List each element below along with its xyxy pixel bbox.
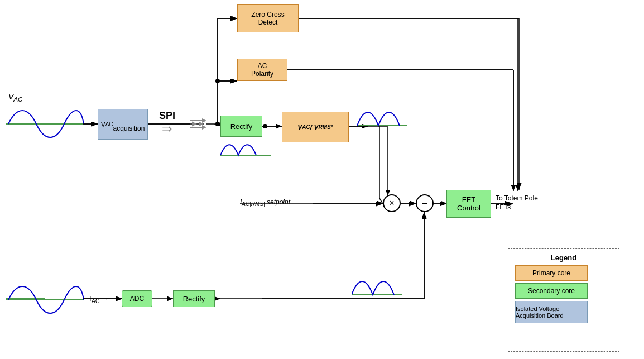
iac-waveform xyxy=(6,279,84,321)
legend-isolated-box: Isolated Voltage Acquisition Board xyxy=(515,301,588,323)
legend-container: Legend Primary core Secondary core Isola… xyxy=(508,248,619,352)
legend-title: Legend xyxy=(515,253,612,262)
setpoint-label: IAC|RMS| setpoint xyxy=(240,198,290,207)
rectified-waveform-vrms xyxy=(357,103,407,134)
vac-acquisition-block: VACacquisition xyxy=(98,109,148,140)
svg-point-4 xyxy=(215,122,220,126)
spi-arrow: ⇒ xyxy=(162,122,172,136)
svg-point-10 xyxy=(263,124,267,128)
rectify-bottom-block: Rectify xyxy=(173,290,215,307)
adc-block: ADC xyxy=(122,290,152,307)
totem-pole-label: To Totem PoleFETs xyxy=(496,194,538,212)
spi-label: SPI xyxy=(159,110,175,122)
svg-point-49 xyxy=(215,79,220,83)
iac-sine-wave xyxy=(6,279,84,323)
rectified-wave-top xyxy=(220,138,271,166)
iac-label: IAC → xyxy=(89,294,109,304)
legend-isolated: Isolated Voltage Acquisition Board xyxy=(515,301,612,323)
svg-marker-44 xyxy=(202,125,206,130)
multiplier-symbol: × xyxy=(383,194,401,212)
vac-label: VAC xyxy=(8,92,23,103)
ac-polarity-block: ACPolarity xyxy=(237,59,287,81)
zero-cross-detect-block: Zero CrossDetect xyxy=(237,4,299,32)
rectify-top-block: Rectify xyxy=(220,116,262,137)
diagram: VAC VACacquisition SPI ⇒ Zero CrossDetec… xyxy=(0,0,644,359)
rectified-wave-after-vrms xyxy=(357,103,407,136)
subtractor-symbol: − xyxy=(416,194,434,212)
svg-point-46 xyxy=(215,122,220,126)
vac-vrms-block: VAC / VRMS² xyxy=(282,112,349,142)
legend-secondary: Secondary core xyxy=(515,283,612,299)
svg-point-54 xyxy=(263,124,267,128)
vac-waveform xyxy=(6,103,84,145)
subtractor-plus: + xyxy=(422,213,426,220)
legend-primary-box: Primary core xyxy=(515,265,588,281)
rectified-waveform-bottom xyxy=(352,272,402,303)
input-sine-wave xyxy=(6,103,84,147)
fet-control-block: FETControl xyxy=(446,190,491,218)
rectified-wave-bottom xyxy=(352,272,402,305)
svg-marker-43 xyxy=(202,118,206,123)
rectified-waveform-top xyxy=(220,138,271,164)
legend-primary: Primary core xyxy=(515,265,612,281)
legend-secondary-box: Secondary core xyxy=(515,283,588,299)
